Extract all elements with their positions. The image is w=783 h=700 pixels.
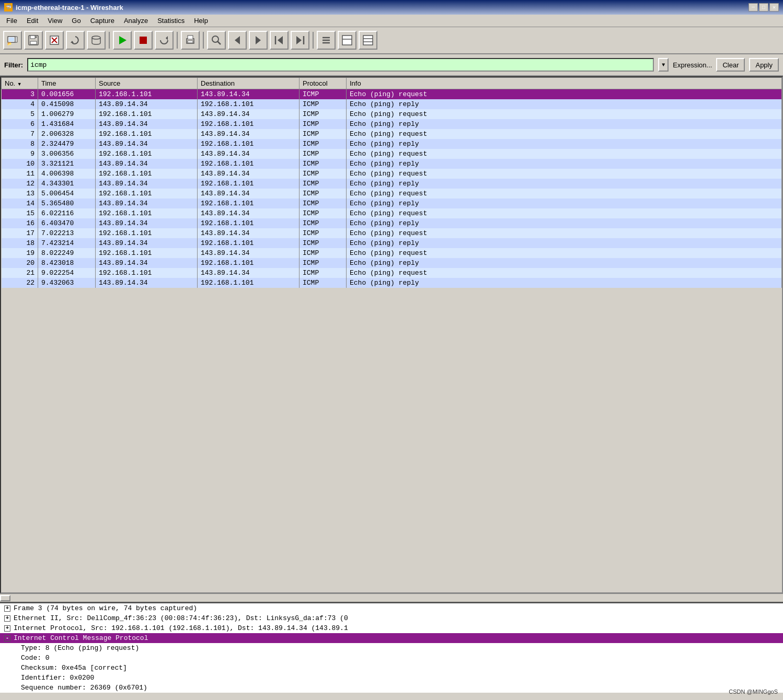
toggle-list-button[interactable] <box>338 31 356 50</box>
reload-button[interactable] <box>66 31 85 50</box>
table-cell: 8 <box>2 139 38 149</box>
prev-packet-button[interactable] <box>228 31 247 50</box>
table-row[interactable]: 93.006356192.168.1.101143.89.14.34ICMPEc… <box>2 149 782 159</box>
table-cell: 9.432063 <box>38 278 96 288</box>
detail-row[interactable]: -Internet Control Message Protocol <box>0 633 783 643</box>
expand-icon[interactable]: - <box>4 635 10 641</box>
table-row[interactable]: 187.423214143.89.14.34192.168.1.101ICMPE… <box>2 238 782 248</box>
table-cell: ICMP <box>300 139 347 149</box>
menu-view[interactable]: View <box>43 16 66 26</box>
col-header-destination[interactable]: Destination <box>198 78 300 89</box>
find-packet-button[interactable] <box>207 31 226 50</box>
toolbar-separator-2 <box>177 32 178 49</box>
table-cell: 7.423214 <box>38 238 96 248</box>
next-packet-button[interactable] <box>249 31 268 50</box>
col-header-no[interactable]: No. ▼ <box>2 78 38 89</box>
table-cell: 143.89.14.34 <box>198 189 300 199</box>
apply-button[interactable]: Apply <box>749 58 779 72</box>
table-cell: 143.89.14.34 <box>96 258 198 268</box>
table-row[interactable]: 40.415098143.89.14.34192.168.1.101ICMPEc… <box>2 99 782 109</box>
clear-button[interactable]: Clear <box>716 58 745 72</box>
detail-row[interactable]: +Frame 3 (74 bytes on wire, 74 bytes cap… <box>0 603 783 613</box>
table-row[interactable]: 145.365480143.89.14.34192.168.1.101ICMPE… <box>2 199 782 208</box>
table-cell: 13 <box>2 189 38 199</box>
detail-row[interactable]: +Ethernet II, Src: DellComp_4f:36:23 (00… <box>0 613 783 623</box>
svg-text:📂: 📂 <box>7 41 12 46</box>
stop-capture-button[interactable] <box>134 31 153 50</box>
table-cell: 192.168.1.101 <box>96 149 198 159</box>
open-capture-button[interactable]: 📂 <box>3 31 22 50</box>
go-first-button[interactable] <box>270 31 289 50</box>
table-cell: ICMP <box>300 89 347 100</box>
filter-input[interactable] <box>27 58 654 72</box>
menu-statistics[interactable]: Statistics <box>153 16 189 26</box>
zoom-in-button[interactable] <box>317 31 336 50</box>
table-row[interactable]: 114.006398192.168.1.101143.89.14.34ICMPE… <box>2 169 782 179</box>
horizontal-scrollbar[interactable] <box>0 593 783 602</box>
menu-analyze[interactable]: Analyze <box>120 16 152 26</box>
table-cell: 0.001656 <box>38 89 96 100</box>
menu-go[interactable]: Go <box>67 16 85 26</box>
table-row[interactable]: 156.022116192.168.1.101143.89.14.34ICMPE… <box>2 208 782 218</box>
close-button[interactable]: ✕ <box>769 3 779 11</box>
col-header-protocol[interactable]: Protocol <box>300 78 347 89</box>
menu-capture[interactable]: Capture <box>86 16 119 26</box>
menu-help[interactable]: Help <box>190 16 212 26</box>
table-row[interactable]: 177.022213192.168.1.101143.89.14.34ICMPE… <box>2 228 782 238</box>
table-row[interactable]: 82.324479143.89.14.34192.168.1.101ICMPEc… <box>2 139 782 149</box>
watermark: CSDN @MINGgoS <box>729 689 778 695</box>
col-header-time[interactable]: Time <box>38 78 96 89</box>
packet-list-container: No. ▼ Time Source Destination Protocol I… <box>0 76 783 593</box>
table-cell: 143.89.14.34 <box>96 99 198 109</box>
svg-rect-17 <box>188 36 193 39</box>
svg-rect-30 <box>342 36 352 45</box>
table-cell: 143.89.14.34 <box>96 179 198 189</box>
table-row[interactable]: 219.022254192.168.1.101143.89.14.34ICMPE… <box>2 268 782 278</box>
table-cell: 192.168.1.101 <box>96 208 198 218</box>
detail-sub-row[interactable]: Sequence number: 26369 (0x6701) <box>0 683 783 693</box>
minimize-button[interactable]: ─ <box>749 3 758 11</box>
table-row[interactable]: 208.423018143.89.14.34192.168.1.101ICMPE… <box>2 258 782 268</box>
window-title: icmp-ethereal-trace-1 - Wireshark <box>16 4 745 11</box>
save-button[interactable] <box>24 31 43 50</box>
table-row[interactable]: 124.343301143.89.14.34192.168.1.101ICMPE… <box>2 179 782 189</box>
expand-icon[interactable]: + <box>4 605 10 612</box>
detail-sub-row[interactable]: Type: 8 (Echo (ping) request) <box>0 643 783 653</box>
expand-icon[interactable]: + <box>4 625 10 632</box>
table-cell: ICMP <box>300 159 347 169</box>
maximize-button[interactable]: □ <box>759 3 768 11</box>
table-row[interactable]: 61.431684143.89.14.34192.168.1.101ICMPEc… <box>2 119 782 129</box>
col-header-source[interactable]: Source <box>96 78 198 89</box>
scrollbar-thumb[interactable] <box>0 595 10 601</box>
expression-button[interactable]: Expression... <box>673 61 712 69</box>
table-row[interactable]: 30.001656192.168.1.101143.89.14.34ICMPEc… <box>2 89 782 100</box>
capture-filter-button[interactable] <box>87 31 106 50</box>
table-row[interactable]: 72.006328192.168.1.101143.89.14.34ICMPEc… <box>2 129 782 139</box>
restart-button[interactable] <box>155 31 174 50</box>
expand-icon[interactable]: + <box>4 615 10 622</box>
table-cell: 143.89.14.34 <box>198 129 300 139</box>
window-controls: ─ □ ✕ <box>749 3 779 11</box>
toggle-detail-button[interactable] <box>359 31 377 50</box>
table-row[interactable]: 198.022249192.168.1.101143.89.14.34ICMPE… <box>2 248 782 258</box>
table-row[interactable]: 103.321121143.89.14.34192.168.1.101ICMPE… <box>2 159 782 169</box>
table-row[interactable]: 229.432063143.89.14.34192.168.1.101ICMPE… <box>2 278 782 288</box>
table-row[interactable]: 51.006279192.168.1.101143.89.14.34ICMPEc… <box>2 109 782 119</box>
menu-file[interactable]: File <box>2 16 21 26</box>
print-button[interactable] <box>181 31 200 50</box>
table-cell: 6 <box>2 119 38 129</box>
menu-edit[interactable]: Edit <box>22 16 42 26</box>
filter-dropdown-button[interactable]: ▼ <box>658 58 669 72</box>
table-row[interactable]: 166.403470143.89.14.34192.168.1.101ICMPE… <box>2 218 782 228</box>
go-last-button[interactable] <box>291 31 309 50</box>
detail-sub-row[interactable]: Checksum: 0xe45a [correct] <box>0 663 783 673</box>
start-capture-button[interactable] <box>113 31 132 50</box>
menu-bar: File Edit View Go Capture Analyze Statis… <box>0 15 783 27</box>
detail-row[interactable]: +Internet Protocol, Src: 192.168.1.101 (… <box>0 623 783 633</box>
close-capture-button[interactable] <box>45 31 64 50</box>
col-header-info[interactable]: Info <box>347 78 782 89</box>
table-row[interactable]: 135.006454192.168.1.101143.89.14.34ICMPE… <box>2 189 782 199</box>
detail-sub-row[interactable]: Identifier: 0x0200 <box>0 673 783 683</box>
table-cell: 143.89.14.34 <box>96 278 198 288</box>
detail-sub-row[interactable]: Code: 0 <box>0 653 783 663</box>
